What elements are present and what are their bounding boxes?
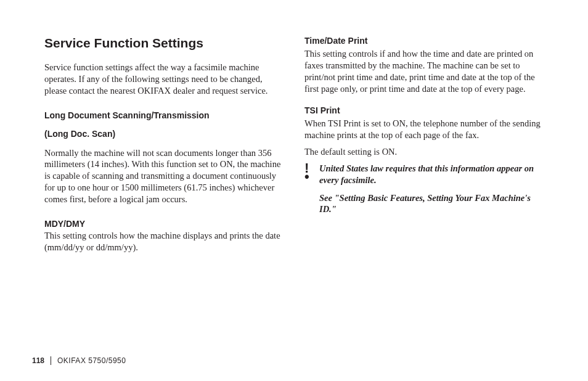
tsi-body2: The default setting is ON. — [304, 146, 544, 158]
longdoc-subheading: (Long Doc. Scan) — [44, 129, 284, 139]
tsi-body1: When TSI Print is set to ON, the telepho… — [304, 118, 544, 141]
right-column: Time/Date Print This setting controls if… — [304, 36, 544, 261]
timedate-body: This setting controls if and how the tim… — [304, 48, 544, 94]
footer-divider — [51, 356, 51, 365]
tsi-heading: TSI Print — [304, 105, 544, 115]
intro-paragraph: Service function settings affect the way… — [44, 62, 284, 97]
left-column: Service Function Settings Service functi… — [44, 36, 284, 261]
note-block: ! • United States law requires that this… — [304, 163, 544, 186]
page-content: Service Function Settings Service functi… — [44, 36, 544, 261]
mdy-heading: MDY/DMY — [44, 219, 284, 229]
page-footer: 118 OKIFAX 5750/5950 — [32, 356, 126, 365]
longdoc-heading: Long Document Scanning/Transmission — [44, 110, 284, 120]
page-title: Service Function Settings — [44, 36, 284, 51]
page-number: 118 — [32, 356, 44, 365]
caution-icon: ! • — [304, 163, 313, 186]
see-reference: See "Setting Basic Features, Setting You… — [319, 192, 544, 216]
mdy-body: This setting controls how the machine di… — [44, 230, 284, 253]
longdoc-body: Normally the machine will not scan docum… — [44, 147, 284, 205]
timedate-heading: Time/Date Print — [304, 36, 544, 46]
footer-product: OKIFAX 5750/5950 — [57, 356, 126, 365]
note-text: United States law requires that this inf… — [319, 163, 544, 186]
